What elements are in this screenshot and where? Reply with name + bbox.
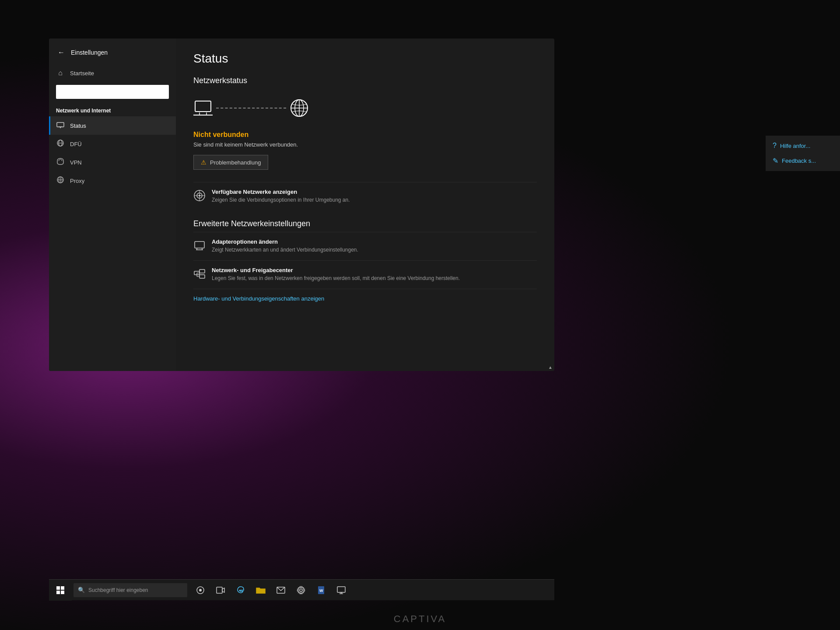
feedback-button[interactable]: ✎ Feedback s...	[773, 157, 833, 165]
vpn-icon	[56, 158, 65, 167]
globe-visual-icon	[290, 98, 309, 118]
taskbar-folder-icon[interactable]	[251, 580, 270, 601]
available-networks-text: Verfügbare Netzwerke anzeigen Zeigen Sie…	[212, 189, 350, 204]
help-panel: ? Hilfe anfor... ✎ Feedback s...	[766, 136, 840, 171]
taskbar-mail-icon[interactable]	[271, 580, 290, 601]
vpn-label: VPN	[70, 159, 82, 166]
dfue-icon	[56, 139, 65, 149]
feedback-label: Feedback s...	[782, 158, 816, 164]
network-status-title: Netzwerkstatus	[193, 76, 537, 85]
sidebar-title: Einstellungen	[71, 49, 108, 56]
adapter-title: Adapteroptionen ändern	[212, 238, 358, 245]
sidebar-item-home[interactable]: ⌂ Startseite	[49, 65, 176, 81]
svg-rect-39	[217, 587, 222, 593]
sidebar-item-vpn[interactable]: VPN	[49, 153, 176, 172]
sharing-icon	[193, 268, 206, 283]
scroll-indicator[interactable]: ▲	[547, 364, 553, 370]
taskbar-settings-icon[interactable]	[291, 580, 311, 601]
available-networks-item[interactable]: Verfügbare Netzwerke anzeigen Zeigen Sie…	[193, 182, 537, 210]
svg-text:W: W	[319, 588, 323, 593]
available-networks-title: Verfügbare Netzwerke anzeigen	[212, 189, 350, 195]
adapter-options-item[interactable]: Adapteroptionen ändern Zeigt Netzwerkkar…	[193, 232, 537, 260]
sidebar-section-title: Netzwerk und Internet	[49, 102, 176, 116]
search-icon: 🔍	[78, 587, 85, 593]
laptop-screen: ← Einstellungen ⌂ Startseite Netzwerk un…	[49, 38, 554, 371]
advanced-title: Erweiterte Netzwerkeinstellungen	[193, 219, 537, 228]
sharing-title: Netzwerk- und Freigabecenter	[212, 267, 460, 273]
sharing-text: Netzwerk- und Freigabecenter Legen Sie f…	[212, 267, 460, 282]
page-title: Status	[193, 52, 537, 66]
warning-icon: ⚠	[201, 159, 206, 166]
connection-description: Sie sind mit keinem Netzwerk verbunden.	[193, 141, 537, 148]
adapter-icon	[193, 239, 206, 254]
back-button[interactable]: ←	[56, 47, 66, 58]
feedback-icon: ✎	[773, 157, 778, 165]
help-label: Hilfe anfor...	[780, 143, 810, 149]
svg-rect-23	[195, 242, 204, 248]
home-label: Startseite	[70, 70, 94, 77]
hardware-link[interactable]: Hardware- und Verbindungseigenschaften a…	[193, 295, 324, 302]
taskbar-icons: W	[191, 580, 351, 601]
adapter-text: Adapteroptionen ändern Zeigt Netzwerkkar…	[212, 238, 358, 254]
main-content: Status Netzwerkstatus	[176, 38, 554, 371]
svg-point-41	[300, 589, 302, 592]
sidebar: ← Einstellungen ⌂ Startseite Netzwerk un…	[49, 38, 176, 371]
troubleshoot-label: Problembehandlung	[210, 159, 261, 166]
captiva-label: CAPTIVA	[394, 613, 447, 625]
sharing-center-item[interactable]: Netzwerk- und Freigabecenter Legen Sie f…	[193, 260, 537, 289]
troubleshoot-button[interactable]: ⚠ Problembehandlung	[193, 155, 268, 170]
svg-rect-29	[200, 275, 205, 278]
settings-window: ← Einstellungen ⌂ Startseite Netzwerk un…	[49, 38, 554, 371]
adapter-desc: Zeigt Netzwerkkarten an und ändert Verbi…	[212, 246, 358, 254]
proxy-label: Proxy	[70, 178, 84, 184]
svg-rect-10	[195, 101, 211, 112]
connection-line	[216, 108, 286, 108]
available-networks-desc: Zeigen Sie die Verbindungsoptionen in Ih…	[212, 196, 350, 204]
taskbar-video-icon[interactable]	[211, 580, 230, 601]
connection-status: Nicht verbunden	[193, 131, 537, 139]
help-button[interactable]: ? Hilfe anfor...	[773, 142, 833, 150]
sidebar-search[interactable]	[56, 85, 169, 99]
svg-rect-28	[200, 270, 205, 273]
laptop-visual-icon	[193, 100, 213, 116]
svg-rect-36	[61, 591, 64, 594]
proxy-icon	[56, 176, 65, 186]
svg-rect-35	[56, 591, 60, 594]
taskbar-desktop-icon[interactable]	[332, 580, 351, 601]
task-view-button[interactable]	[191, 580, 210, 601]
taskbar-word-icon[interactable]: W	[312, 580, 331, 601]
dfue-label: DFÜ	[70, 141, 82, 147]
sidebar-item-dfue[interactable]: DFÜ	[49, 135, 176, 153]
taskbar-search-text: Suchbegriff hier eingeben	[88, 587, 148, 593]
taskbar-edge-icon[interactable]	[231, 580, 250, 601]
status-nav-label: Status	[70, 122, 86, 129]
sharing-desc: Legen Sie fest, was in den Netzwerken fr…	[212, 275, 460, 282]
home-icon: ⌂	[56, 69, 65, 77]
svg-rect-33	[56, 586, 60, 590]
available-networks-icon	[193, 189, 206, 204]
network-visual	[193, 94, 537, 122]
taskbar: 🔍 Suchbegriff hier eingeben	[49, 579, 554, 600]
sidebar-item-proxy[interactable]: Proxy	[49, 172, 176, 190]
svg-rect-44	[337, 587, 345, 592]
svg-point-38	[199, 589, 202, 592]
svg-rect-0	[57, 122, 64, 127]
help-icon: ?	[773, 142, 777, 150]
taskbar-search[interactable]: 🔍 Suchbegriff hier eingeben	[74, 583, 187, 597]
status-icon	[56, 121, 65, 130]
svg-rect-34	[61, 586, 64, 590]
start-button[interactable]	[49, 580, 72, 601]
hardware-link-container: Hardware- und Verbindungseigenschaften a…	[193, 289, 537, 302]
sidebar-header: ← Einstellungen	[49, 42, 176, 65]
sidebar-item-status[interactable]: Status	[49, 116, 176, 135]
